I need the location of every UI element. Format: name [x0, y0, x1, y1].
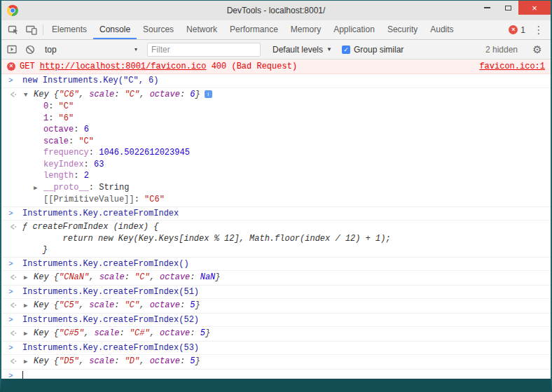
console-token: octave	[150, 300, 180, 310]
console-token: {	[54, 90, 59, 99]
clear-console-button[interactable]	[21, 45, 39, 55]
tab-sources[interactable]: Sources	[137, 20, 180, 39]
tab-performance[interactable]: Performance	[223, 20, 284, 39]
error-icon: ×	[7, 62, 15, 71]
console-token: 2	[84, 171, 89, 181]
tab-memory[interactable]: Memory	[284, 20, 327, 39]
console-toolbar: top ▾ Default levels ▼ ✓ Group similar 2…	[1, 40, 551, 59]
console-token: ,	[79, 90, 89, 99]
error-url-link[interactable]: http://localhost:8001/favicon.ico	[40, 62, 207, 71]
console-token: :	[74, 125, 83, 134]
info-icon[interactable]: i	[205, 90, 212, 98]
console-token: scale	[43, 136, 69, 146]
close-button[interactable]: ×	[518, 1, 551, 15]
minimize-icon	[484, 7, 490, 8]
maximize-button[interactable]	[497, 1, 518, 15]
console-token: 6	[190, 90, 195, 99]
window-titlebar[interactable]: DevTools - localhost:8001/ ×	[1, 1, 551, 20]
tab-strip: ElementsConsoleSourcesNetworkPerformance…	[46, 20, 460, 39]
console-prompt[interactable]: >	[1, 370, 551, 379]
console-token: Key	[34, 300, 54, 310]
execution-context-selector[interactable]: top ▾	[39, 40, 141, 59]
console-token: 5	[190, 356, 195, 366]
console-token: }	[215, 272, 220, 282]
console-token: :	[180, 356, 190, 366]
console-token: Key	[34, 90, 54, 99]
console-row: >Instruments.Key.createFromIndex(52)	[1, 314, 551, 326]
chrome-logo-center	[10, 8, 15, 13]
filter-input[interactable]	[147, 43, 261, 57]
command-chevron-icon: >	[8, 314, 20, 326]
console-row: [[PrimitiveValue]]: "C6"	[1, 194, 551, 206]
tab-security[interactable]: Security	[381, 20, 424, 39]
console-token: :	[89, 148, 99, 158]
console-token: Instruments.Key.createFromIndex(52)	[22, 315, 199, 325]
triangle-collapsed-icon[interactable]: ▶	[24, 300, 34, 312]
console-token: "C6"	[144, 195, 165, 204]
console-token: octave	[150, 90, 180, 99]
console-token: :	[114, 356, 124, 366]
console-token: Key	[34, 356, 54, 366]
settings-gear-icon[interactable]: ⚙	[528, 43, 546, 56]
tab-console[interactable]: Console	[93, 20, 137, 39]
console-token: "C5"	[59, 300, 79, 310]
console-row: ▶Key {"C5", scale: "C", octave: 5}	[1, 300, 551, 312]
console-token: :	[48, 102, 58, 111]
console-row: >Instruments.Key.createFromIndex(51)	[1, 286, 551, 298]
triangle-collapsed-icon[interactable]: ▶	[24, 272, 34, 284]
chrome-logo-icon	[7, 5, 18, 16]
console-token: :	[190, 328, 200, 338]
console-token: octave	[43, 125, 74, 134]
console-token: :	[114, 300, 124, 310]
group-similar-label: Group similar	[354, 45, 403, 55]
console-row: }	[1, 244, 551, 256]
tab-audits[interactable]: Audits	[424, 20, 460, 39]
maximize-icon	[505, 6, 511, 10]
console-token: Instruments.Key.createFromIndex(53)	[22, 343, 199, 353]
console-token: frequency	[43, 148, 89, 158]
console-token: createFromIndex (index) {	[32, 222, 158, 232]
minimize-button[interactable]	[476, 1, 497, 15]
group-similar-checkbox[interactable]: ✓ Group similar	[342, 45, 403, 55]
return-value-icon	[8, 300, 20, 312]
console-token: String	[99, 183, 129, 192]
console-token: Instruments.Key.createFromIndex	[22, 209, 179, 218]
console-token: :	[125, 272, 134, 282]
console-message-result: ▼Key {"C6", scale: "C", octave: 6}i0: "C…	[1, 88, 551, 207]
return-value-icon	[8, 356, 20, 368]
console-token: scale	[94, 328, 119, 338]
inspect-element-button[interactable]	[4, 20, 22, 39]
triangle-collapsed-icon[interactable]: ▶	[24, 328, 34, 340]
error-count-badge[interactable]: × 1	[509, 25, 525, 35]
tab-network[interactable]: Network	[180, 20, 223, 39]
devtools-window: DevTools - localhost:8001/ × ElementsCon…	[0, 0, 552, 392]
menu-dots-button[interactable]: ⋮	[530, 24, 548, 36]
console-token: }	[22, 245, 48, 255]
console-token: ,	[89, 272, 99, 282]
console-sidebar-toggle-button[interactable]	[3, 45, 21, 54]
console-token: "C6"	[59, 90, 79, 99]
log-levels-dropdown[interactable]: Default levels ▼	[272, 45, 332, 55]
console-token: :	[69, 136, 78, 146]
console-message-prompt: >	[1, 370, 551, 379]
triangle-collapsed-icon[interactable]: ▶	[24, 356, 34, 368]
window-title: DevTools - localhost:8001/	[1, 6, 551, 15]
console-token: ,	[150, 328, 160, 338]
console-row: keyIndex: 63	[1, 159, 551, 171]
toolbar-separator	[43, 24, 43, 35]
device-toolbar-button[interactable]	[22, 20, 41, 39]
console-row: ▶Key {"CNaN", scale: "C", octave: NaN}	[1, 272, 551, 284]
return-value-icon	[8, 328, 20, 340]
console-token: ,	[150, 272, 160, 282]
console-row: >new Instruments.Key("C", 6)	[1, 75, 551, 87]
console-row: frequency: 1046.5022612023945	[1, 147, 551, 159]
inspect-cursor-icon	[8, 24, 19, 35]
hidden-messages-count[interactable]: 2 hidden	[485, 45, 518, 55]
error-source-link[interactable]: favicon.ico:1	[479, 61, 545, 72]
triangle-expanded-icon[interactable]: ▼	[24, 90, 34, 102]
tab-application[interactable]: Application	[327, 20, 381, 39]
tab-elements[interactable]: Elements	[46, 20, 93, 39]
error-method: GET	[20, 62, 35, 71]
triangle-collapsed-icon[interactable]: ▶	[34, 183, 43, 195]
console-row: >Instruments.Key.createFromIndex	[1, 208, 551, 220]
